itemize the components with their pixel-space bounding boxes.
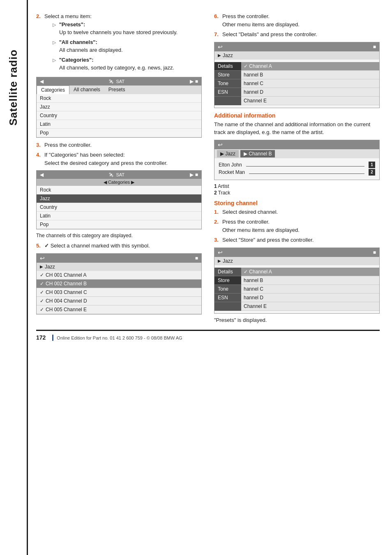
step-3-number: 3.	[36, 141, 44, 149]
widget2-header: ◀ 🛰 SAT ▶ ■	[37, 171, 201, 179]
ch005-label: CH 005 Channel E	[46, 307, 87, 312]
w3-ch003[interactable]: ✓ CH 003 Channel C	[37, 288, 201, 297]
w5-rocket: Rocket Man	[219, 169, 245, 175]
storing-step-3: 3. Select "Store" and press the controll…	[214, 236, 380, 244]
w6-header: ↩ ■	[214, 248, 379, 257]
w2-pop[interactable]: Pop	[37, 220, 201, 229]
w3-jazz-row: ▶ Jazz	[37, 263, 201, 271]
legend-2-num: 2	[214, 190, 217, 196]
w4-menu-tone[interactable]: Tone	[214, 79, 241, 88]
w6-menu-details[interactable]: Details	[214, 268, 241, 276]
sidebar-title: Satellite radio	[7, 49, 20, 126]
w6-menu-store[interactable]: Store	[214, 276, 241, 285]
sub-allchannels: ▷ "All channels": All channels are displ…	[53, 38, 202, 54]
w2-jazz[interactable]: Jazz	[37, 194, 201, 203]
w2-rock[interactable]: Rock	[37, 186, 201, 194]
w6-channel-e[interactable]: Channel E	[241, 302, 379, 311]
sidebar: Satellite radio	[0, 0, 28, 555]
storing-step-3-num: 3.	[214, 236, 222, 244]
w3-channel-rows: ✓ CH 001 Channel A ✓ CH 002 Channel B ✓ …	[37, 271, 201, 314]
w6-menu-popup: Details Store Tone ESN ✓ Channel A hanne…	[214, 268, 379, 311]
step-5-content: ✓ Select a channel marked with this symb…	[44, 242, 202, 250]
w2-header-left: ◀	[40, 172, 44, 178]
w4-menu-esn[interactable]: ESN	[214, 88, 241, 97]
widget-channel-b-info: ↩ ▶ Jazz ▶ Channel B Elton John 1 Rocket…	[214, 140, 380, 180]
footer-inner: Online Edition for Part no. 01 41 2 600 …	[52, 335, 182, 341]
w2-sat-label: SAT	[116, 172, 125, 177]
footer-page-number: 172	[36, 334, 46, 341]
w2-latin[interactable]: Latin	[37, 212, 201, 220]
w3-ch002[interactable]: ✓ CH 002 Channel B	[37, 280, 201, 288]
w6-menu-esn[interactable]: ESN	[214, 294, 241, 302]
step-5-number: 5.	[36, 242, 44, 250]
legend-1-label: Artist	[218, 183, 229, 189]
categories-detail: All channels, sorted by category, e.g. n…	[59, 65, 174, 71]
step-2-number: 2.	[36, 12, 44, 74]
w5-elton: Elton John	[219, 162, 242, 168]
storing-step-2-detail: Other menu items are displayed.	[222, 227, 300, 233]
w4-menu-details[interactable]: Details	[214, 62, 241, 71]
legend-1-num: 1	[214, 183, 217, 189]
widget-jazz-selected: ◀ 🛰 SAT ▶ ■ ◀ Categories ▶ Rock Jazz Cou…	[36, 170, 202, 229]
storing-step-3-text: Select "Store" and press the controller.	[222, 236, 380, 244]
legend-item-1: 1 Artist	[214, 183, 380, 189]
storing-step-1: 1. Select desired channel.	[214, 208, 380, 216]
storing-step-2-num: 2.	[214, 218, 222, 234]
list-item-rock[interactable]: Rock	[37, 94, 201, 103]
w4-channel-b[interactable]: hannel B	[241, 71, 379, 79]
w6-channel-c[interactable]: hannel C	[241, 285, 379, 294]
w4-menu-store[interactable]: Store	[214, 71, 241, 79]
w6-menu-tone[interactable]: Tone	[214, 285, 241, 294]
step-6-detail: Other menu items are displayed.	[222, 21, 300, 28]
list-item-jazz[interactable]: Jazz	[37, 103, 201, 111]
arrow-bullet-3: ▷	[53, 58, 56, 62]
w5-line-1: Elton John 1	[219, 162, 375, 168]
step-3-text: Press the controller.	[44, 141, 202, 149]
w6-back-icon: ↩	[218, 249, 223, 256]
w4-channel-d[interactable]: hannel D	[241, 88, 379, 97]
list-item-latin[interactable]: Latin	[37, 120, 201, 129]
footer-text: Online Edition for Part no. 01 41 2 600 …	[57, 335, 182, 340]
w3-ch004[interactable]: ✓ CH 004 Channel D	[37, 297, 201, 305]
w5-num-2: 2	[369, 169, 375, 176]
w4-channel-e[interactable]: Channel E	[241, 97, 379, 105]
storing-step-2: 2. Press the controller. Other menu item…	[214, 218, 380, 234]
jazz-label: Jazz	[45, 264, 55, 270]
step-6-number: 6.	[214, 12, 222, 28]
list-item-country[interactable]: Country	[37, 111, 201, 120]
ch001-label: CH 001 Channel A	[46, 272, 86, 278]
w3-ch001[interactable]: ✓ CH 001 Channel A	[37, 271, 201, 280]
widget-store-menu: ↩ ■ ▶ Jazz Details Store Tone ESN	[214, 247, 380, 314]
w5-line-sep-2	[249, 171, 364, 174]
w4-channel-a[interactable]: ✓ Channel A	[241, 62, 379, 71]
step-7: 7. Select "Details" and press the contro…	[214, 30, 380, 39]
w6-menu-list: Details Store Tone ESN	[214, 268, 241, 311]
step-3: 3. Press the controller.	[36, 141, 202, 149]
w5-line-sep-1	[246, 163, 364, 166]
w6-channel-list: ✓ Channel A hannel B hannel C hannel D C…	[241, 268, 379, 311]
tab-allchannels[interactable]: All channels	[69, 86, 104, 94]
w3-ch005[interactable]: ✓ CH 005 Channel E	[37, 305, 201, 314]
w6-channel-d[interactable]: hannel D	[241, 294, 379, 302]
list-item-pop[interactable]: Pop	[37, 129, 201, 137]
allchannels-label: "All channels":	[59, 39, 97, 45]
tab-presets[interactable]: Presets	[104, 86, 129, 94]
w2-header-right: ▶ ■	[190, 172, 198, 178]
step-4-number: 4.	[36, 151, 44, 167]
w4-menu-list: Details Store Tone ESN	[214, 62, 241, 105]
step-5-checkmark: ✓	[44, 243, 49, 249]
w3-back-icon: ↩	[40, 255, 45, 261]
w5-header: ↩	[214, 140, 379, 149]
storing-step-1-text: Select desired channel.	[222, 208, 380, 216]
w6-channel-a[interactable]: ✓ Channel A	[241, 268, 379, 276]
w6-channel-b[interactable]: hannel B	[241, 276, 379, 285]
sat-icon: 🛰	[109, 79, 113, 84]
w5-jazz-tab[interactable]: ▶ Jazz	[217, 150, 239, 157]
w2-country[interactable]: Country	[37, 203, 201, 212]
ch004-label: CH 004 Channel D	[46, 298, 87, 304]
w5-line-2: Rocket Man 2	[219, 169, 375, 176]
w5-channelb-tab[interactable]: ▶ Channel B	[240, 150, 275, 157]
cat-header-center: 🛰 SAT	[109, 79, 125, 84]
w4-channel-c[interactable]: hannel C	[241, 79, 379, 88]
tab-categories[interactable]: Categories	[37, 86, 69, 94]
